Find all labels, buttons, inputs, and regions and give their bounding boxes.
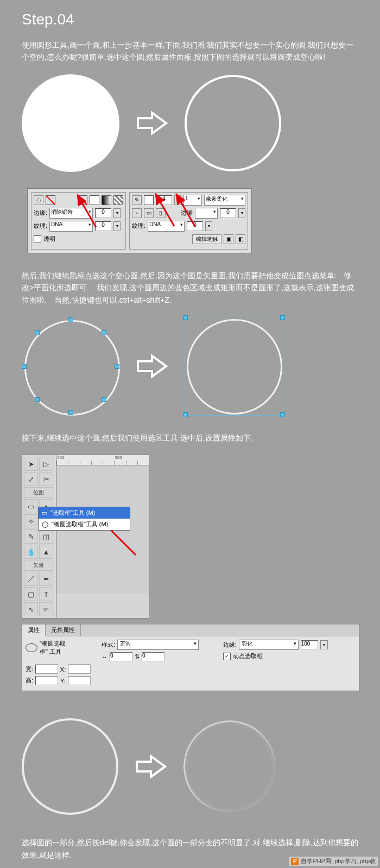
watermark-text: 自学PHP网_php学习_php教 — [301, 857, 376, 865]
knife-tool[interactable]: ✃ — [39, 602, 53, 616]
flyout-item-marquee[interactable]: ▭ "选取框"工具 (M) — [39, 507, 130, 519]
marquee-tool[interactable]: ▭ — [24, 499, 38, 513]
eraser-tool[interactable]: ◫ — [39, 529, 53, 544]
transparent-checkbox[interactable] — [34, 235, 41, 243]
constrain-w-input[interactable]: 0 — [110, 652, 132, 661]
stroke-edge-label: 边缘 — [181, 209, 193, 217]
blur-tool[interactable]: 💧 — [24, 545, 38, 559]
magic-wand-tool[interactable]: ✧ — [24, 514, 38, 528]
stroke-edge-stepper[interactable]: ▾ — [238, 208, 245, 218]
properties-panel-fill-stroke: ◌ 边缘: 消除锯齿 0 ▾ 纹理: DNA 0 — [27, 188, 252, 253]
flyout-label: "选取框"工具 (M) — [50, 509, 95, 517]
pencil-icon[interactable]: ✎ — [132, 195, 142, 205]
style-select[interactable]: 正常 — [117, 640, 199, 650]
dynamic-marquee-checkbox[interactable]: ✓ — [223, 653, 231, 660]
faded-circle — [183, 720, 276, 813]
raster-circle-bbox — [185, 317, 283, 416]
misc-button-1[interactable]: ▣ — [224, 234, 233, 244]
fill-gradient-icon[interactable] — [102, 195, 111, 205]
edge-label: 边缘: — [223, 641, 237, 649]
line-tool[interactable]: ／ — [24, 572, 38, 586]
outline-circle — [22, 718, 118, 815]
misc-button-2[interactable]: ◧ — [236, 234, 245, 244]
fill-pattern-icon[interactable] — [113, 195, 123, 205]
right-texture-label: 纹理: — [132, 222, 145, 230]
x-input[interactable] — [68, 665, 91, 674]
ellipse-marquee-tool-icon — [26, 643, 37, 652]
pencil-tool[interactable]: ✎ — [24, 529, 38, 544]
texture-amount-input[interactable]: 0 — [95, 221, 111, 231]
edge-amount-input[interactable]: 0 — [95, 208, 111, 218]
texture-stepper[interactable]: ▾ — [113, 221, 121, 231]
crop-tool[interactable]: ✂ — [39, 472, 53, 486]
illustration-row-2 — [22, 317, 358, 416]
stroke-swatch[interactable] — [144, 195, 154, 205]
scale-tool[interactable]: ⤢ — [24, 472, 38, 486]
x-label: X: — [60, 666, 66, 673]
right-texture-stepper[interactable]: ▾ — [205, 221, 212, 231]
subselect-tool[interactable]: ▷ — [39, 457, 53, 471]
width-input[interactable] — [35, 665, 58, 674]
arrows-lr-icon: ↔ — [102, 654, 107, 660]
pointer-tool[interactable]: ➤ — [24, 457, 38, 471]
properties-panel-marquee: 属性 元件属性 "椭圆选取 框" 工具 宽: X: — [22, 624, 359, 691]
tab-properties[interactable]: 属性 — [22, 624, 46, 636]
mid-text: 然后,我们继续鼠标点选这个空心圆,然后,因为这个圆是矢量图,我们需要把他变成位图… — [22, 270, 358, 306]
texture-select[interactable]: DNA — [49, 221, 93, 232]
edge-label: 边缘: — [34, 209, 47, 217]
stamp-tool[interactable]: ▲ — [39, 545, 53, 559]
feather-stepper[interactable]: ▾ — [320, 640, 328, 649]
ruler-mark: 400 — [57, 455, 64, 460]
solid-circle — [22, 74, 119, 172]
edge-select[interactable]: 消除锯齿 — [49, 208, 93, 219]
y-input[interactable] — [68, 676, 91, 685]
text-tool[interactable]: T — [39, 587, 53, 601]
marquee-flyout-menu: ▭ "选取框"工具 (M) ◯ "椭圆选取框"工具 (M) — [38, 507, 130, 531]
intro-text: 使用圆形工具,画一个圆,和上一步基本一样,下面,我们看,我们其实不想要一个实心的… — [22, 39, 358, 63]
paint-bucket-icon[interactable]: ◌ — [34, 195, 43, 205]
stroke-kind-select[interactable]: 像素柔化 — [204, 195, 245, 206]
height-input[interactable] — [35, 676, 58, 685]
edge-select[interactable]: 羽化 — [239, 640, 299, 650]
arrows-ud-icon: ⇅ — [135, 653, 140, 660]
vector-circle — [22, 317, 119, 415]
stroke-type-select[interactable]: 1 — [183, 195, 202, 206]
stroke-align-outside-icon[interactable]: ▯ — [156, 208, 166, 218]
feather-input[interactable]: 100 — [301, 640, 318, 649]
toolbox: ➤ ▷ ⤢ ✂ 位图 ▭ ⭑ ✧ 🖌 ✎ ◫ 💧 ▲ 矢量 ／ ✒ ▢ T ∿ … — [22, 455, 56, 618]
outline-circle — [185, 75, 281, 171]
constrain-h-input[interactable]: 0 — [142, 652, 164, 661]
fill-swatch-none[interactable] — [46, 195, 55, 205]
tool-name-l1: "椭圆选取 — [40, 640, 66, 647]
tab-component-properties[interactable]: 元件属性 — [46, 624, 81, 636]
vector-section-label: 矢量 — [24, 560, 53, 571]
rect-tool[interactable]: ▢ — [24, 587, 38, 601]
freeform-tool[interactable]: ∿ — [24, 602, 38, 616]
step-title: Step.04 — [22, 11, 358, 28]
flyout-item-ellipse-marquee[interactable]: ◯ "椭圆选取框"工具 (M) — [39, 519, 130, 530]
transparent-label: 透明 — [43, 235, 55, 243]
edit-brush-button[interactable]: 编辑笔触 — [192, 234, 221, 244]
stroke-align-center-icon[interactable]: ▭ — [144, 208, 154, 218]
tool-name-l2: 框" 工具 — [40, 648, 61, 655]
bitmap-section-label: 位图 — [24, 487, 53, 498]
width-label: 宽: — [26, 665, 33, 673]
ellipse-marquee-icon: ◯ — [42, 521, 48, 528]
watermark: P 自学PHP网_php学习_php教 — [289, 857, 378, 866]
stroke-edge-input[interactable]: 0 — [220, 208, 236, 218]
fill-solid-icon[interactable] — [90, 195, 99, 205]
right-texture-select[interactable]: DNA — [148, 221, 185, 232]
stroke-width-input[interactable]: 4 — [156, 195, 172, 205]
stroke-edge-select[interactable] — [195, 208, 218, 219]
arrow-right-icon — [136, 353, 168, 380]
right-texture-input[interactable]: 0 — [187, 221, 203, 231]
y-label: Y: — [60, 678, 66, 684]
edge-stepper[interactable]: ▾ — [113, 208, 121, 218]
fill-none-icon[interactable] — [78, 195, 87, 205]
selection-text: 接下来,继续选中这个圆,然后我们使用选区工具.选中后,设置属性如下. — [22, 432, 358, 444]
arrow-right-icon — [135, 753, 167, 780]
pen-tool[interactable]: ✒ — [39, 572, 53, 586]
style-label: 样式: — [102, 641, 115, 649]
stroke-width-stepper[interactable]: ▾ — [174, 195, 181, 205]
stroke-align-inside-icon[interactable]: ▫ — [132, 208, 142, 218]
